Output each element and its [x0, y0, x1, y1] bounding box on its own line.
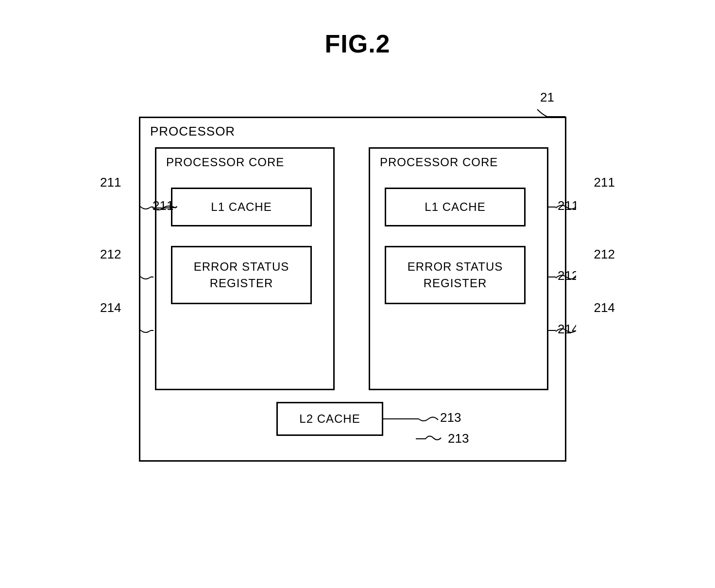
esr-left-label: ERROR STATUSREGISTER [194, 259, 289, 291]
ref-213-container: 213 [416, 431, 469, 446]
l1-cache-left-box: L1 CACHE [171, 188, 312, 226]
processor-core-left-label: PROCESSOR CORE [166, 156, 284, 169]
l2-cache-box: L2 CACHE [276, 402, 383, 436]
l1-cache-right-label: L1 CACHE [425, 200, 485, 214]
processor-label: PROCESSOR [150, 124, 235, 139]
ref-213-label: 213 [448, 431, 469, 446]
processor-core-left: PROCESSOR CORE L1 CACHE ERROR STATUSREGI… [155, 147, 335, 390]
figure-title: FIG.2 [324, 29, 390, 58]
esr-right-label: ERROR STATUSREGISTER [408, 259, 503, 291]
l1-cache-left-label: L1 CACHE [211, 200, 272, 214]
ref-21-label: 21 [540, 90, 554, 105]
page-container: FIG.2 21 PROCESSOR PROCESSOR CORE L1 CAC… [0, 0, 715, 588]
ref-211-left: 211 [100, 175, 121, 190]
esr-left-box: ERROR STATUSREGISTER [171, 246, 312, 304]
ref-213-squiggle [416, 432, 445, 446]
ref-212-left: 212 [100, 247, 121, 262]
l2-cache-label: L2 CACHE [299, 412, 360, 426]
processor-core-right: PROCESSOR CORE L1 CACHE ERROR STATUSREGI… [369, 147, 548, 390]
ref-214-left: 214 [100, 300, 121, 315]
ref-212-right: 212 [594, 247, 615, 262]
ref-214-right: 214 [594, 300, 615, 315]
processor-outer-box: PROCESSOR PROCESSOR CORE L1 CACHE ERROR … [139, 117, 566, 462]
ref-211-right: 211 [594, 175, 615, 190]
l1-cache-right-box: L1 CACHE [385, 188, 526, 226]
processor-core-right-label: PROCESSOR CORE [380, 156, 498, 169]
esr-right-box: ERROR STATUSREGISTER [385, 246, 526, 304]
diagram-area: 21 PROCESSOR PROCESSOR CORE L1 CACHE ERR… [139, 97, 576, 476]
